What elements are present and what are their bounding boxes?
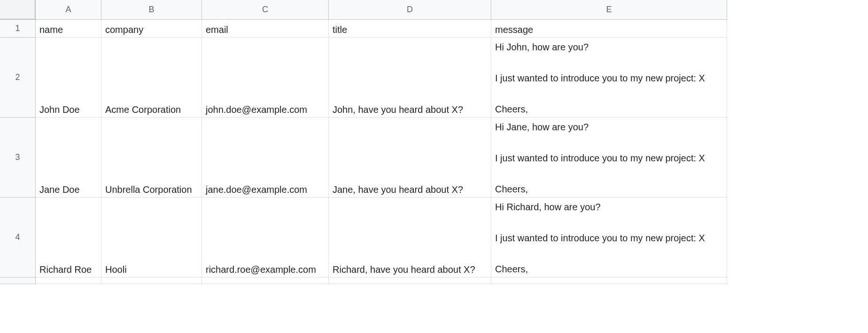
row-header-4[interactable]: 4 xyxy=(0,198,36,278)
cell-D5[interactable] xyxy=(329,278,491,284)
cell-A2[interactable]: John Doe xyxy=(36,38,101,118)
column-header-B[interactable]: B xyxy=(101,0,202,20)
row-header-2[interactable]: 2 xyxy=(0,38,36,118)
spreadsheet-grid: A B C D E 1 name company email title mes… xyxy=(0,0,727,284)
row-header-1[interactable]: 1 xyxy=(0,20,36,38)
cell-E5[interactable] xyxy=(491,278,727,284)
cell-C2[interactable]: john.doe@example.com xyxy=(202,38,329,118)
cell-C4[interactable]: richard.roe@example.com xyxy=(202,198,329,278)
cell-E1[interactable]: message xyxy=(491,20,727,38)
cell-A3[interactable]: Jane Doe xyxy=(36,118,101,198)
cell-D3[interactable]: Jane, have you heard about X? xyxy=(329,118,491,198)
row-header-5[interactable] xyxy=(0,278,36,284)
cell-D1[interactable]: title xyxy=(329,20,491,38)
column-header-A[interactable]: A xyxy=(36,0,101,20)
cell-C3[interactable]: jane.doe@example.com xyxy=(202,118,329,198)
cell-B5[interactable] xyxy=(101,278,202,284)
cell-A1[interactable]: name xyxy=(36,20,101,38)
column-header-D[interactable]: D xyxy=(329,0,491,20)
cell-B3[interactable]: Unbrella Corporation xyxy=(101,118,202,198)
cell-B4[interactable]: Hooli xyxy=(101,198,202,278)
cell-B1[interactable]: company xyxy=(101,20,202,38)
column-header-E[interactable]: E xyxy=(491,0,727,20)
row-header-3[interactable]: 3 xyxy=(0,118,36,198)
cell-D4[interactable]: Richard, have you heard about X? xyxy=(329,198,491,278)
cell-B2[interactable]: Acme Corporation xyxy=(101,38,202,118)
cell-E4[interactable]: Hi Richard, how are you? I just wanted t… xyxy=(491,198,727,278)
cell-E2[interactable]: Hi John, how are you? I just wanted to i… xyxy=(491,38,727,118)
column-header-C[interactable]: C xyxy=(202,0,329,20)
cell-D2[interactable]: John, have you heard about X? xyxy=(329,38,491,118)
cell-C5[interactable] xyxy=(202,278,329,284)
cell-A5[interactable] xyxy=(36,278,101,284)
cell-C1[interactable]: email xyxy=(202,20,329,38)
cell-A4[interactable]: Richard Roe xyxy=(36,198,101,278)
select-all-corner[interactable] xyxy=(0,0,36,20)
cell-E3[interactable]: Hi Jane, how are you? I just wanted to i… xyxy=(491,118,727,198)
